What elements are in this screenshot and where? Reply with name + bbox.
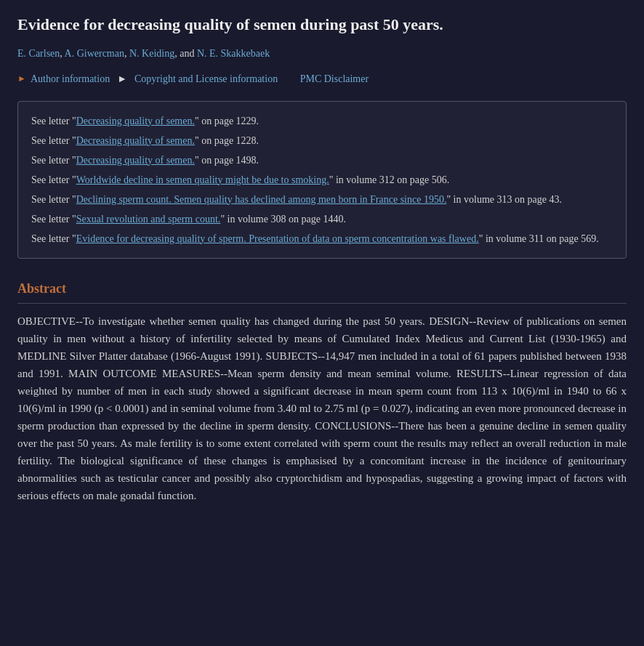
meta-links-bar: ► Author information ► Copyright and Lic… [17,71,627,86]
letter-item-5: See letter "Declining sperm count. Semen… [31,192,613,207]
page-title: Evidence for decreasing quality of semen… [17,15,627,36]
letter-link-5[interactable]: Declining sperm count. Semen quality has… [76,194,447,205]
letter-item-4: See letter "Worldwide decline in semen q… [31,172,613,187]
author-separator-2: , [124,48,129,59]
abstract-heading: Abstract [17,279,627,304]
author-giwercman[interactable]: A. Giwercman [65,48,124,59]
letter-suffix-3: " on page 1498. [195,155,259,166]
author-keiding[interactable]: N. Keiding [129,48,174,59]
author-skakkebaek[interactable]: N. E. Skakkebaek [197,48,270,59]
letter-prefix-1: See letter " [31,116,76,126]
letter-suffix-7: " in volume 311 on page 569. [479,233,599,244]
letter-suffix-6: " in volume 308 on page 1440. [220,214,346,225]
letter-suffix-4: " in volume 312 on page 506. [329,174,450,185]
letter-link-7[interactable]: Evidence for decreasing quality of sperm… [76,233,479,244]
letter-prefix-2: See letter " [31,135,76,146]
letter-prefix-5: See letter " [31,194,76,205]
author-connector: , and [174,48,197,59]
letter-item-7: See letter "Evidence for decreasing qual… [31,231,613,246]
letters-box: See letter "Decreasing quality of semen.… [17,101,627,259]
author-info-link[interactable]: Author information [31,71,110,86]
pmc-disclaimer-link[interactable]: PMC Disclaimer [300,71,369,86]
letter-item-1: See letter "Decreasing quality of semen.… [31,113,613,129]
letter-item-2: See letter "Decreasing quality of semen.… [31,133,613,148]
abstract-text: OBJECTIVE--To investigate whether semen … [17,312,627,504]
letter-item-6: See letter "Sexual revolution and sperm … [31,211,613,227]
letter-link-4[interactable]: Worldwide decline in semen quality might… [76,174,329,185]
meta-separator: ► [117,71,127,86]
letter-suffix-2: " on page 1228. [195,135,259,146]
letter-item-3: See letter "Decreasing quality of semen.… [31,153,613,168]
author-carlsen[interactable]: E. Carlsen [17,48,60,59]
letter-suffix-5: " in volume 313 on page 43. [446,194,562,205]
meta-separator-2 [285,71,293,86]
letter-suffix-1: " on page 1229. [195,116,259,126]
letter-prefix-3: See letter " [31,155,76,166]
copyright-info-link[interactable]: Copyright and License information [134,71,278,86]
authors-section: E. Carlsen, A. Giwercman, N. Keiding, an… [17,46,627,61]
letter-link-3[interactable]: Decreasing quality of semen. [76,155,195,166]
abstract-section: Abstract OBJECTIVE--To investigate wheth… [17,279,627,504]
letter-prefix-6: See letter " [31,214,76,225]
letter-prefix-7: See letter " [31,233,76,244]
author-info-arrow: ► [17,72,26,85]
letter-prefix-4: See letter " [31,174,76,185]
letter-link-2[interactable]: Decreasing quality of semen. [76,135,195,146]
letter-link-6[interactable]: Sexual revolution and sperm count. [76,214,221,225]
letter-link-1[interactable]: Decreasing quality of semen. [76,116,195,126]
